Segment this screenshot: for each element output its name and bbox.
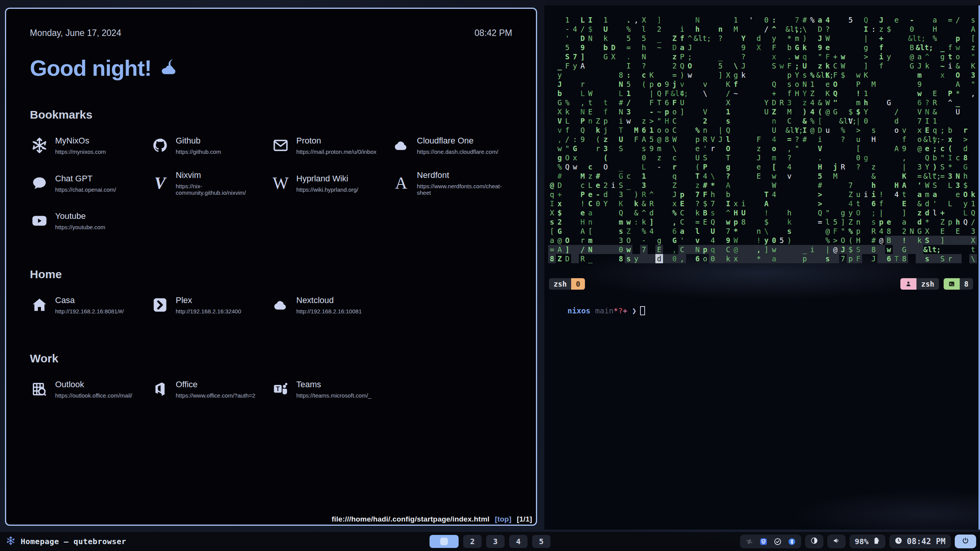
moon-phase-icon <box>810 537 818 546</box>
status-badge: zsh0 <box>549 278 585 290</box>
bookmark-link-nextcloud[interactable]: Nextcloudhttp://192.168.2.16:10081 <box>271 295 392 315</box>
nixos-snowflake-icon <box>6 536 15 547</box>
bookmark-link-plex[interactable]: Plexhttp://192.168.2.16:32400 <box>150 295 271 315</box>
bookmark-url: https://github.com <box>176 148 221 155</box>
statusbar-scroll-position: [top] <box>495 515 511 523</box>
bookmark-url: https://mail.proton.me/u/0/inbox <box>296 148 376 155</box>
startpage-date: Monday, June 17, 2024 <box>30 28 121 38</box>
wikipedia-w-icon: W <box>271 174 290 193</box>
terminal-window[interactable]: 1 LI 1 .,X ] N 1 ' 0: 7#%a4 5 Q J e - a … <box>544 5 980 530</box>
power-button[interactable] <box>955 535 976 548</box>
bookmark-link-outlook[interactable]: Outlookhttps://outlook.office.com/mail/ <box>30 380 150 399</box>
taskbar: Homepage — qutebrowser 2345 98% 08:42 PM <box>0 532 980 551</box>
clock-module[interactable]: 08:42 PM <box>889 535 951 548</box>
kdeconnect-icon[interactable] <box>745 538 753 546</box>
bookmark-link-nerdfont[interactable]: ANerdfonthttps://www.nerdfonts.com/cheat… <box>392 170 512 196</box>
matrix-row: a@O rm 3O - g G' v 4 9W !y05) %>O(H #@B … <box>548 236 977 245</box>
section-grid-bookmarks: MyNixOshttps://mynixos.comGithubhttps://… <box>30 136 512 230</box>
bookmark-name: Proton <box>296 136 376 146</box>
matrix-row: 5 9 bD = h ~ DaJ 9 X F bGk 9e g f B&lt; … <box>548 43 977 52</box>
bookmark-link-github[interactable]: Githubhttps://github.com <box>150 136 271 155</box>
bookmark-name: Cloudflare One <box>417 136 498 146</box>
teams-icon: T <box>271 380 290 399</box>
bookmark-link-office[interactable]: Officehttps://www.office.com/?auth=2 <box>150 380 271 399</box>
bookmark-link-casa[interactable]: Casahttp://192.168.2.16:8081/#/ <box>30 295 150 315</box>
user-icon <box>900 278 916 290</box>
bookmark-name: Office <box>176 380 255 390</box>
section-grid-work: Outlookhttps://outlook.office.com/mail/O… <box>30 380 512 399</box>
house-icon <box>30 295 49 315</box>
bookmark-link-nixvim[interactable]: VNixvimhttps://nix-community.github.io/n… <box>150 170 271 196</box>
matrix-row: b LW L1 |QF&lt;4 \ /~ + fHYZ KQ !1 w E P… <box>548 89 977 98</box>
bookmark-url: https://www.office.com/?auth=2 <box>176 392 255 399</box>
matrix-row: s2 Hn mw:k] ,C =EQ wp8 $ k =l5]Zn spe a … <box>548 217 977 227</box>
matrix-row: -4/$ U % l 2 i h n M /^ &lt;,\ D? I:z$ 0… <box>548 24 977 34</box>
cloud-icon <box>271 295 290 315</box>
bookmark-link-hyprland-wiki[interactable]: WHyprland Wikihttps://wiki.hyprland.org/ <box>271 170 392 196</box>
battery-charging-icon <box>872 537 880 546</box>
bluetooth-icon[interactable] <box>788 538 796 546</box>
matrix-row: S7] GX . N zP; _ ? x .wq "F+w > iy @a^ g… <box>548 52 977 61</box>
outlook-icon <box>30 380 49 399</box>
github-icon <box>150 136 170 155</box>
workspace-button-3[interactable]: 3 <box>486 535 505 548</box>
bookmark-url: https://teams.microsoft.com/_ <box>296 392 371 399</box>
bookmark-url: https://youtube.com <box>55 224 105 230</box>
bookmark-name: Casa <box>55 295 124 305</box>
bookmark-url: https://nix-community.github.io/nixvim/ <box>176 183 271 196</box>
section-title-bookmarks: Bookmarks <box>30 108 512 121</box>
matrix-row: w"G r3 S s9m \ e'r O z o ," V [ A9 @e;c(… <box>548 144 977 153</box>
system-tray <box>740 535 801 548</box>
bookmark-link-mynixos[interactable]: MyNixOshttps://mynixos.com <box>30 136 150 155</box>
office-icon <box>150 380 170 399</box>
workspace-button-4[interactable]: 4 <box>509 535 528 548</box>
badge-label: zsh <box>549 278 571 290</box>
badge-label: 8 <box>960 278 973 290</box>
matrix-row: G% ,t t #/ FT6FU X YDR3 z4&W" mh G 6?R ^… <box>548 98 977 107</box>
bookmark-name: Outlook <box>55 380 132 390</box>
status-badge: zsh <box>900 278 939 290</box>
bookmark-name: Nextcloud <box>296 295 362 305</box>
night-light-module[interactable] <box>805 535 823 548</box>
bookmark-link-cloudflare-one[interactable]: Cloudflare Onehttps://one.dash.cloudflar… <box>392 136 512 155</box>
bookmark-link-chat-gpt[interactable]: Chat GPThttps://chat.openai.com/ <box>30 170 150 196</box>
bookmark-link-teams[interactable]: TTeamshttps://teams.microsoft.com/_ <box>271 380 392 399</box>
workspace-button-2[interactable]: 2 <box>463 535 482 548</box>
matrix-row: vf Q kj T M61ooC %n |Q U &lt;YI@Du % > s… <box>548 126 977 135</box>
bookmark-name: Nixvim <box>176 170 271 180</box>
workspace-switcher: 2345 <box>430 535 550 548</box>
bookmark-link-proton[interactable]: Protonhttps://mail.proton.me/u/0/inbox <box>271 136 392 155</box>
matrix-row: =A] /N 0w 7 E ,C Npq C@ ,]w _i |@J$S 8 w… <box>548 245 977 254</box>
chat-bubble-icon <box>30 174 49 193</box>
battery-module[interactable]: 98% <box>849 535 885 548</box>
status-badge: 8 <box>944 278 973 290</box>
workspace-button-1[interactable] <box>430 535 459 548</box>
greeting-text: Good night! <box>30 55 152 81</box>
bookmark-name: Github <box>176 136 221 146</box>
workspace-button-5[interactable]: 5 <box>532 535 550 548</box>
bookmark-name: MyNixOs <box>55 136 106 146</box>
check-circle-icon[interactable] <box>774 538 782 546</box>
bookmark-link-youtube[interactable]: Youtubehttps://youtube.com <box>30 211 150 230</box>
bookmark-name: Hyprland Wiki <box>296 174 358 184</box>
matrix-row: %Qw c O _ L - r (P g e [ 4 H jR ? z | 3Y… <box>548 162 977 171</box>
bookmark-url: https://mynixos.com <box>55 148 106 155</box>
active-workspace-dot <box>440 538 448 545</box>
section-title-work: Work <box>30 352 512 365</box>
battery-percent: 98% <box>855 537 869 546</box>
matrix-row: 1 LI 1 .,X ] N 1 ' 0: 7#%a4 5 Q J e - a … <box>548 15 977 24</box>
prompt-context: nixos <box>567 306 590 315</box>
volume-module[interactable] <box>827 535 846 548</box>
bookmark-url: https://www.nerdfonts.com/cheat-sheet <box>417 183 512 196</box>
bookmark-url: http://192.168.2.16:10081 <box>296 308 362 315</box>
terminal-cursor <box>640 306 645 315</box>
bookmark-name: Nerdfont <box>417 170 512 180</box>
mux-left-group: zsh0 <box>549 278 585 290</box>
mux-right-group: zsh8 <box>900 278 973 290</box>
shell-prompt[interactable]: nixos main*?+ ❯ <box>549 297 645 324</box>
prompt-git-branch: main <box>595 306 613 315</box>
bookmark-name: Youtube <box>55 211 105 221</box>
matrix-row: # Mz# Gc 1 q T4\ ? E w v 5 M & K =&lt;"=… <box>548 171 977 181</box>
shield-icon[interactable] <box>760 538 768 546</box>
nixvim-v-icon: V <box>150 174 170 193</box>
